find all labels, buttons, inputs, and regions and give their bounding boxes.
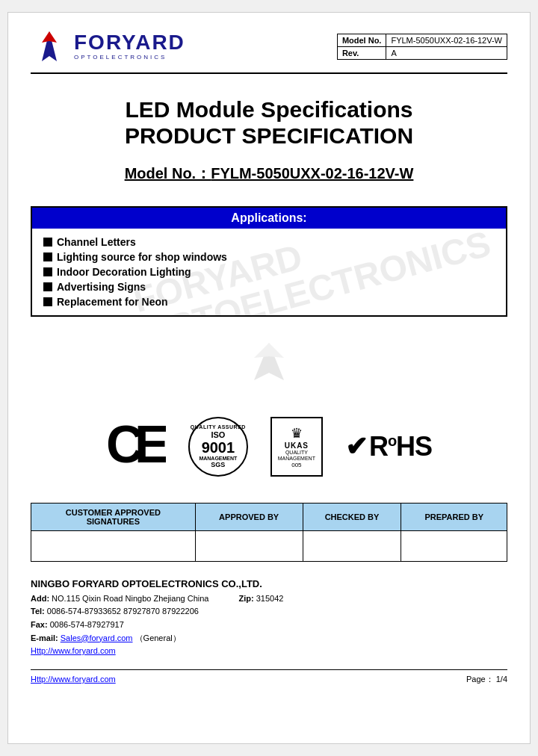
applications-content: FORYARDOPTOELECTRONICS Channel Letters L… [32, 229, 506, 315]
iso-cert: QUALITY ASSURED ISO 9001 MANAGEMENT SGS [188, 417, 248, 477]
logo-brand: FORYARD [74, 32, 185, 53]
ukas-label: UKAS [285, 441, 309, 450]
logo-text: FORYARD OPTOELECTRONICS [74, 32, 185, 61]
document-page: FORYARD OPTOELECTRONICS Model No. FYLM-5… [7, 12, 531, 744]
address-text: Add: NO.115 Qixin Road Ningbo Zhejiang C… [31, 592, 208, 606]
approval-row [31, 531, 507, 562]
app-label-4: Advertising Signs [57, 281, 146, 293]
model-prefix: Model No.： [125, 165, 211, 182]
page-label: Page： [466, 675, 494, 684]
logo-icon [31, 28, 68, 65]
app-label-1: Channel Letters [57, 236, 136, 248]
app-item-5: Replacement for Neon [43, 294, 495, 309]
mid-watermark [31, 332, 507, 402]
zip-label: Zip: [238, 594, 253, 603]
bottom-url: Http://www.foryard.com [31, 675, 116, 684]
bullet-4 [43, 282, 52, 291]
page-info: Page： 1/4 [466, 674, 507, 685]
tel-label: Tel: [31, 607, 45, 616]
logo-subtitle: OPTOELECTRONICS [74, 55, 185, 61]
logo-area: FORYARD OPTOELECTRONICS [31, 28, 185, 65]
col-header-approved: APPROVED BY [195, 504, 303, 531]
tel-line: Tel: 0086-574-87933652 87927870 87922206 [31, 605, 507, 619]
col-header-checked: CHECKED BY [303, 504, 401, 531]
ukas-cert: ♛ UKAS QUALITYMANAGEMENT 005 [270, 417, 323, 477]
iso-label: ISO [211, 430, 225, 439]
rohs-checkmark: ✔ [345, 431, 368, 462]
email-label: E-mail: [31, 633, 58, 642]
add-value: NO.115 Qixin Road Ningbo Zhejiang China [52, 594, 208, 603]
page-value: 1/4 [496, 675, 507, 684]
cell-approved [195, 531, 303, 562]
footer-bottom-bar: Http://www.foryard.com Page： 1/4 [31, 669, 507, 685]
fax-value: 0086-574-87927917 [50, 620, 124, 629]
fax-line: Fax: 0086-574-87927917 [31, 619, 507, 632]
col-header-prepared: PREPARED BY [401, 504, 507, 531]
zip-text: Zip: 315042 [238, 592, 283, 606]
page-header: FORYARD OPTOELECTRONICS Model No. FYLM-5… [31, 28, 507, 74]
rev-label: Rev. [337, 46, 386, 59]
rohs-text: RoHS [369, 431, 432, 462]
footer-info: NINGBO FORYARD OPTOELECTRONICS CO.,LTD. … [31, 577, 507, 658]
model-num: FYLM-5050UXX-02-16-12V-W [211, 165, 413, 182]
app-item-2: Lighting source for shop windows [43, 250, 495, 264]
cell-prepared [401, 531, 507, 562]
app-item-3: Indoor Decoration Lighting [43, 264, 495, 279]
email-line: E-mail: Sales@foryard.com （General） [31, 632, 507, 645]
app-item-4: Advertising Signs [43, 279, 495, 294]
col-header-customer: CUSTOMER APPROVEDSIGNATURES [31, 504, 196, 531]
rev-value: A [386, 46, 507, 59]
address-line: Add: NO.115 Qixin Road Ningbo Zhejiang C… [31, 592, 507, 606]
cell-customer [31, 531, 196, 562]
footer-url-link[interactable]: Http://www.foryard.com [31, 646, 116, 655]
fax-label: Fax: [31, 620, 48, 629]
ukas-sub: QUALITYMANAGEMENT [278, 450, 315, 462]
iso-top: QUALITY ASSURED [191, 424, 246, 430]
certifications-row: C E QUALITY ASSURED ISO 9001 MANAGEMENT … [31, 402, 507, 495]
app-label-3: Indoor Decoration Lighting [57, 266, 191, 278]
add-label: Add: [31, 594, 49, 603]
url-line: Http://www.foryard.com [31, 645, 507, 658]
applications-box: Applications: FORYARDOPTOELECTRONICS Cha… [31, 206, 507, 317]
mid-watermark-svg [224, 339, 314, 384]
app-label-5: Replacement for Neon [57, 296, 168, 308]
app-item-1: Channel Letters [43, 235, 495, 250]
bullet-3 [43, 267, 52, 276]
iso-bgs: SGS [211, 462, 225, 469]
bullet-5 [43, 297, 52, 306]
svg-text:E: E [134, 418, 166, 470]
email-value: Sales@foryard.com [61, 633, 133, 642]
crown-icon: ♛ [291, 425, 303, 441]
model-info-table: Model No. FYLM-5050UXX-02-16-12V-W Rev. … [337, 34, 507, 60]
tel-value: 0086-574-87933652 87927870 87922206 [47, 607, 199, 616]
bullet-2 [43, 252, 52, 261]
approval-table: CUSTOMER APPROVEDSIGNATURES APPROVED BY … [31, 503, 507, 562]
title-line2: PRODUCT SPECIFICATION [31, 123, 507, 149]
model-number-display: Model No.：FYLM-5050UXX-02-16-12V-W [31, 164, 507, 184]
model-no-value: FYLM-5050UXX-02-16-12V-W [386, 34, 507, 46]
title-section: LED Module Specifications PRODUCT SPECIF… [31, 81, 507, 191]
svg-marker-1 [42, 31, 57, 43]
svg-marker-3 [254, 343, 284, 358]
iso-number: 9001 [202, 439, 235, 456]
bullet-1 [43, 238, 52, 247]
zip-value: 315042 [256, 594, 284, 603]
ce-mark: C E [106, 418, 166, 477]
cell-checked [303, 531, 401, 562]
company-name: NINGBO FORYARD OPTOELECTRONICS CO.,LTD. [31, 577, 507, 592]
ukas-num: 005 [291, 462, 301, 468]
applications-header: Applications: [32, 208, 506, 229]
rohs-cert: ✔ RoHS [345, 431, 432, 462]
app-label-2: Lighting source for shop windows [57, 251, 227, 263]
title-line1: LED Module Specifications [31, 96, 507, 123]
email-note: （General） [135, 633, 181, 642]
model-no-label: Model No. [337, 34, 386, 46]
